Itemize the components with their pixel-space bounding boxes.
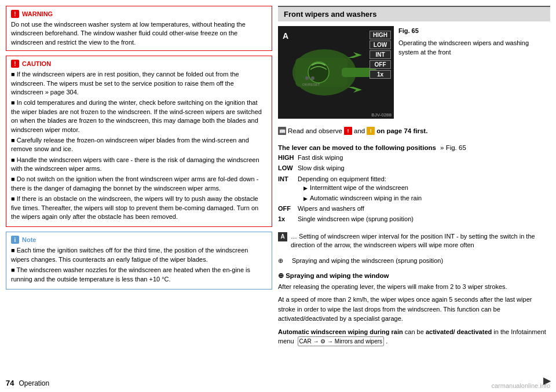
- svg-point-5: [305, 76, 309, 80]
- spraying-title: ⊕ Spraying and wiping the window: [278, 272, 550, 280]
- lever-item: INTDepending on equipment fitted:▶Interm…: [278, 175, 550, 203]
- position-label: HIGH: [370, 31, 391, 39]
- read-observe-suffix: on page 74 first.: [376, 127, 427, 134]
- setting-text: … Setting of windscreen wiper interval f…: [291, 232, 550, 250]
- caution-label: CAUTION: [22, 60, 51, 67]
- page-number: 74: [6, 379, 14, 387]
- note-text: ■ Each time the ignition switches off fo…: [11, 246, 267, 284]
- caution-item: ■ Do not switch on the ignition when the…: [11, 175, 267, 193]
- warning-title: ! WARNING: [11, 10, 267, 18]
- left-column: ! WARNING Do not use the windscreen wash…: [6, 6, 272, 386]
- position-label: OFF: [370, 60, 391, 69]
- watermark: carmanualonline.info: [491, 382, 550, 389]
- caution-text: ■ If the windscreen wipers are in rest p…: [11, 70, 267, 221]
- lever-desc: Single windscreen wipe (sprung position): [298, 215, 550, 224]
- right-column: Front wipers and washers: [278, 6, 550, 386]
- lever-item: 1xSingle windscreen wipe (sprung positio…: [278, 215, 550, 224]
- caution-item: ■ If the windscreen wipers are in rest p…: [11, 70, 267, 97]
- lever-items-list: HIGHFast disk wipingLOWSlow disk wipingI…: [278, 153, 550, 224]
- lever-item: OFFWipers and washers off: [278, 204, 550, 213]
- figure-code: BJV-0288: [371, 112, 392, 118]
- caution-item: ■ Carefully release the frozen-on windsc…: [11, 136, 267, 154]
- figure-caption-text: Operating the windscreen wipers and wash…: [398, 38, 550, 57]
- lever-code: 1x: [278, 215, 294, 224]
- page-footer: 74 Operation: [6, 379, 49, 387]
- position-label: INT: [370, 50, 391, 59]
- spraying-section: ⊕ Spraying and wiping the window After r…: [278, 272, 550, 350]
- figure-caption: Fig. 65 Operating the windscreen wipers …: [398, 26, 550, 57]
- read-observe-line: 📖 Read and observe ! and ! on page 74 fi…: [278, 127, 550, 135]
- warning-box: ! WARNING Do not use the windscreen wash…: [6, 6, 272, 51]
- figure-number: Fig. 65: [398, 26, 550, 36]
- spray-icon: ⊕: [278, 257, 288, 265]
- and-text: and: [354, 127, 365, 134]
- lever-sub-item: ▶Intermittent wipe of the windscreen: [303, 184, 550, 192]
- svg-text:OK/RESET: OK/RESET: [302, 83, 320, 86]
- lever-desc: Depending on equipment fitted:▶Intermitt…: [298, 175, 550, 203]
- caution-box: ! CAUTION ■ If the windscreen wipers are…: [6, 56, 272, 227]
- svg-point-6: [311, 76, 314, 80]
- caution-item: ■ In cold temperatures and during the wi…: [11, 98, 267, 134]
- para3-prefix: Automatic windscreen wiping during rain: [278, 328, 403, 335]
- caution-item: ■ If there is an obstacle on the windscr…: [11, 195, 267, 221]
- caution-item: ■ Handle the windscreen wipers with care…: [11, 156, 267, 174]
- section-label: Operation: [19, 379, 49, 387]
- wiper-diagram-container: OK/RESET A HIGHLOWINTOFF1x BJV-0288: [278, 26, 394, 119]
- lever-item: LOWSlow disk wiping: [278, 164, 550, 173]
- warning-label: WARNING: [22, 10, 53, 17]
- note-label: Note: [22, 236, 36, 243]
- book-icon: 📖: [278, 127, 286, 135]
- lever-desc: Fast disk wiping: [298, 153, 550, 162]
- lever-item: HIGHFast disk wiping: [278, 153, 550, 162]
- lever-code: OFF: [278, 204, 294, 213]
- read-icon-red: !: [344, 127, 352, 135]
- a-icon: A: [278, 232, 287, 241]
- spraying-para1: After releasing the operating lever, the…: [278, 282, 550, 292]
- spraying-para2: At a speed of more than 2 km/h, the wipe…: [278, 295, 550, 324]
- svg-text:📖: 📖: [279, 128, 286, 135]
- position-label: 1x: [370, 70, 391, 79]
- lever-positions-section: The lever can be moved to the following …: [278, 144, 550, 224]
- lever-section-title: The lever can be moved to the following …: [278, 144, 550, 151]
- wiper-position-labels: HIGHLOWINTOFF1x: [370, 31, 391, 79]
- lever-sub-item: ▶Automatic windscreen wiping in the rain: [303, 194, 550, 203]
- warning-icon: !: [11, 10, 19, 18]
- read-icon-yellow: !: [367, 127, 375, 135]
- read-observe-prefix: Read and observe: [288, 127, 342, 134]
- para3-middle: can be: [405, 328, 426, 335]
- note-title: i Note: [11, 236, 267, 244]
- warning-text: Do not use the windscreen washer system …: [11, 20, 267, 47]
- lever-desc: Slow disk wiping: [298, 164, 550, 173]
- caution-title: ! CAUTION: [11, 60, 267, 68]
- svg-point-4: [308, 62, 329, 83]
- note-item: ■ The windscreen washer nozzles for the …: [11, 266, 267, 284]
- position-label: LOW: [370, 41, 391, 49]
- setting-item: A … Setting of windscreen wiper interval…: [278, 232, 550, 250]
- lever-code: LOW: [278, 164, 294, 173]
- spraying-para3: Automatic windscreen wiping during rain …: [278, 327, 550, 347]
- lever-desc: Wipers and washers off: [298, 204, 550, 213]
- section-header: Front wipers and washers: [278, 6, 550, 21]
- spraying-item-text: Spraying and wiping the windscreen (spru…: [292, 257, 443, 265]
- note-item: ■ Each time the ignition switches off fo…: [11, 246, 267, 264]
- lever-code: INT: [278, 175, 294, 203]
- lever-code: HIGH: [278, 153, 294, 162]
- figure-area: OK/RESET A HIGHLOWINTOFF1x BJV-0288 Fig.…: [278, 26, 550, 119]
- para3-bold: activated/ deactivated: [426, 328, 492, 335]
- note-box: i Note ■ Each time the ignition switches…: [6, 232, 272, 290]
- menu-text: CAR → ⚙ → Mirrors and wipers: [298, 336, 384, 346]
- spraying-item: ⊕ Spraying and wiping the windscreen (sp…: [278, 257, 550, 265]
- svg-text:A: A: [283, 31, 288, 41]
- caution-icon: !: [11, 60, 19, 68]
- note-icon: i: [11, 236, 19, 244]
